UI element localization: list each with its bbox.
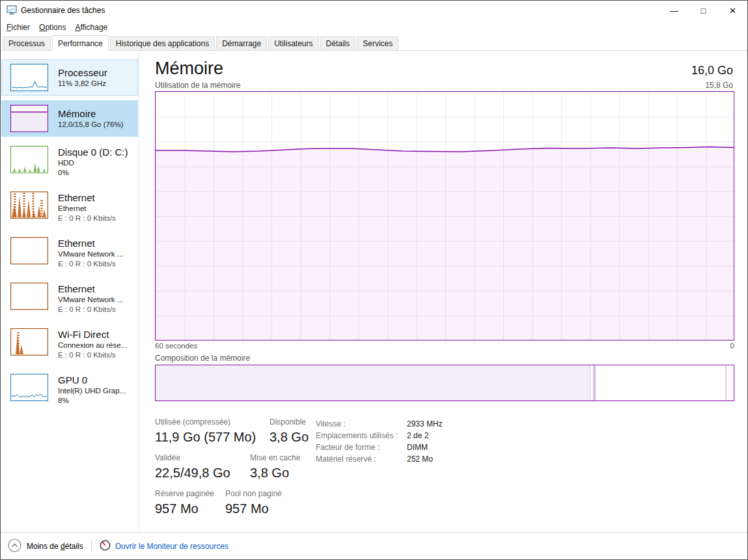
page-title: Mémoire xyxy=(155,58,223,79)
composition-label: Composition de la mémoire xyxy=(155,354,733,363)
sidebar-item-title: Ethernet xyxy=(58,283,123,295)
fewer-details-label: Moins de détails xyxy=(27,542,83,551)
sidebar-item-title: Mémoire xyxy=(58,107,123,120)
sidebar-item-wifi-direct[interactable]: Wi-Fi Direct Connexion au rése... E : 0 … xyxy=(1,324,138,365)
memory-detail-panel: Mémoire 16,0 Go Utilisation de la mémoir… xyxy=(139,51,747,532)
window-controls: — □ ✕ xyxy=(659,1,747,20)
sidebar-item-disque[interactable]: Disque 0 (D: C:) HDD 0% xyxy=(1,141,138,182)
sidebar-item-sub: Intel(R) UHD Grap... xyxy=(58,386,126,396)
sidebar-item-stat: E : 0 R : 0 Kbits/s xyxy=(58,350,127,360)
fewer-details-button[interactable]: Moins de détails xyxy=(8,539,83,554)
tab-processus[interactable]: Processus xyxy=(3,36,51,50)
stat-form-factor: Facteur de forme : DIMM xyxy=(316,441,443,453)
sidebar-item-ethernet-2[interactable]: Ethernet VMware Network ... E : 0 R : 0 … xyxy=(1,232,138,273)
stat-paged-pool: Réserve paginée 957 Mo xyxy=(155,488,225,517)
stat-cached: Mise en cache 3,8 Go xyxy=(250,453,300,481)
ethernet-sparkline xyxy=(10,237,48,264)
sidebar-item-processeur[interactable]: Processeur 11% 3,82 GHz xyxy=(1,59,138,96)
usage-chart-max: 15,8 Go xyxy=(705,81,733,90)
stat-row: Validée 22,5/49,8 Go Mise en cache 3,8 G… xyxy=(155,453,316,481)
sidebar-item-gpu[interactable]: GPU 0 Intel(R) UHD Grap... 8% xyxy=(1,369,138,410)
tab-historique-applications[interactable]: Historique des applications xyxy=(110,36,215,50)
maximize-icon: □ xyxy=(701,6,706,16)
footer-separator xyxy=(91,540,92,552)
cpu-sparkline xyxy=(10,64,48,91)
sidebar-item-stat: E : 0 R : 0 Kbits/s xyxy=(58,214,116,223)
ethernet-sparkline xyxy=(10,283,48,310)
total-capacity: 16,0 Go xyxy=(691,62,733,79)
resource-monitor-label: Ouvrir le Moniteur de ressources xyxy=(115,542,229,551)
memory-usage-chart[interactable] xyxy=(155,91,734,341)
sidebar-item-stat: E : 0 R : 0 Kbits/s xyxy=(58,305,123,315)
composition-standby-segment xyxy=(596,365,725,400)
memory-sparkline xyxy=(10,105,48,132)
tab-demarrage[interactable]: Démarrage xyxy=(216,36,267,50)
sidebar-item-sub: VMware Network ... xyxy=(58,249,123,259)
minimize-icon: — xyxy=(670,6,678,16)
wifi-sparkline xyxy=(10,328,48,356)
sidebar-item-stat: 12,0/15,8 Go (76%) xyxy=(58,120,123,130)
menu-bar: Fichier Options Affichage xyxy=(1,20,747,35)
stat-row: Réserve paginée 957 Mo Pool non paginé 9… xyxy=(155,488,316,517)
sidebar-item-ethernet-3[interactable]: Ethernet VMware Network ... E : 0 R : 0 … xyxy=(1,278,138,319)
sidebar-item-sub: VMware Network ... xyxy=(58,295,123,305)
sidebar-item-stat: 8% xyxy=(58,396,126,406)
memory-usage-line xyxy=(156,92,734,340)
composition-in-use-segment xyxy=(156,365,590,400)
sidebar-item-stat: E : 0 R : 0 Kbits/s xyxy=(58,259,123,269)
tab-utilisateurs[interactable]: Utilisateurs xyxy=(268,36,318,50)
sidebar-item-ethernet-1[interactable]: Ethernet Ethernet E : 0 R : 0 Kbits/s xyxy=(1,187,138,228)
sidebar-item-sub: Ethernet xyxy=(58,204,116,214)
stat-committed: Validée 22,5/49,8 Go xyxy=(155,453,250,481)
composition-free-segment xyxy=(727,365,734,400)
time-end-label: 0 xyxy=(730,342,734,350)
close-button[interactable]: ✕ xyxy=(718,1,747,20)
memory-stats-right: Vitesse : 2933 MHz Emplacements utilisés… xyxy=(316,417,443,524)
memory-stats-left: Utilisée (compressée) 11,9 Go (577 Mo) D… xyxy=(155,417,316,524)
stat-slots-used: Emplacements utilisés : 2 de 2 xyxy=(316,430,443,441)
app-icon xyxy=(7,5,17,17)
stat-hardware-reserved: Matériel réservé : 252 Mo xyxy=(316,453,443,465)
disk-sparkline xyxy=(10,146,48,173)
performance-sidebar: Processeur 11% 3,82 GHz Mémoire 12,0/15,… xyxy=(1,51,139,532)
menu-options[interactable]: Options xyxy=(35,21,70,33)
stat-row: Utilisée (compressée) 11,9 Go (577 Mo) D… xyxy=(155,417,316,445)
minimize-button[interactable]: — xyxy=(659,1,689,20)
resource-monitor-icon xyxy=(100,540,111,553)
sidebar-item-sub: HDD xyxy=(58,158,128,168)
stat-non-paged-pool: Pool non paginé 957 Mo xyxy=(225,488,282,517)
menu-fichier[interactable]: Fichier xyxy=(2,21,35,33)
tab-performance[interactable]: Performance xyxy=(52,35,109,51)
sidebar-item-stat: 0% xyxy=(58,168,128,178)
gpu-sparkline xyxy=(10,374,48,401)
task-manager-window: Gestionnaire des tâches — □ ✕ Fichier Op… xyxy=(0,0,748,560)
sidebar-item-title: Wi-Fi Direct xyxy=(58,328,127,341)
title-bar: Gestionnaire des tâches — □ ✕ xyxy=(1,1,747,20)
sidebar-item-title: Ethernet xyxy=(58,237,123,249)
time-span-label: 60 secondes xyxy=(155,342,197,350)
stat-available: Disponible 3,8 Go xyxy=(270,417,309,445)
sidebar-item-title: Disque 0 (D: C:) xyxy=(58,146,128,158)
memory-composition-bar[interactable] xyxy=(155,365,734,401)
maximize-button[interactable]: □ xyxy=(689,1,718,20)
sidebar-item-sub: Connexion au rése... xyxy=(58,341,127,350)
stat-speed: Vitesse : 2933 MHz xyxy=(316,418,443,430)
content-area: Processeur 11% 3,82 GHz Mémoire 12,0/15,… xyxy=(1,51,747,532)
menu-affichage[interactable]: Affichage xyxy=(70,21,112,33)
ethernet-sparkline xyxy=(10,191,48,219)
tab-strip: Processus Performance Historique des app… xyxy=(1,35,747,51)
sidebar-item-title: GPU 0 xyxy=(58,374,126,386)
stat-used: Utilisée (compressée) 11,9 Go (577 Mo) xyxy=(155,417,270,445)
footer-bar: Moins de détails Ouvrir le Moniteur de r… xyxy=(1,532,747,559)
sidebar-item-title: Ethernet xyxy=(58,191,116,204)
sidebar-item-title: Processeur xyxy=(58,66,107,79)
chevron-up-circle-icon xyxy=(8,539,21,554)
close-icon: ✕ xyxy=(729,6,736,16)
sidebar-item-stat: 11% 3,82 GHz xyxy=(58,79,107,89)
tab-services[interactable]: Services xyxy=(357,36,398,50)
tab-details[interactable]: Détails xyxy=(320,36,356,50)
usage-chart-label: Utilisation de la mémoire xyxy=(155,81,240,90)
sidebar-item-memoire[interactable]: Mémoire 12,0/15,8 Go (76%) xyxy=(1,100,138,137)
window-title: Gestionnaire des tâches xyxy=(21,6,105,15)
resource-monitor-link[interactable]: Ouvrir le Moniteur de ressources xyxy=(100,540,229,553)
